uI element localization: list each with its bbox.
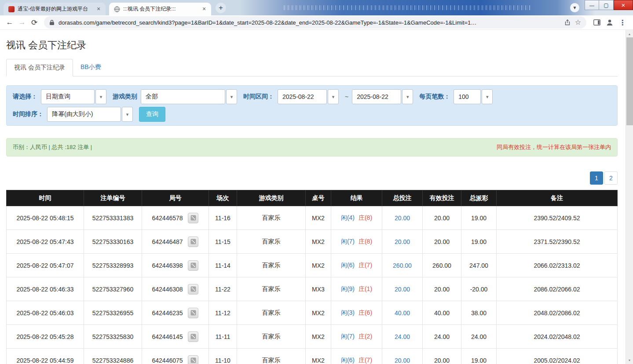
- total-bet-link[interactable]: 20.00: [395, 215, 410, 222]
- scrollbar[interactable]: ▲ ▼: [626, 30, 633, 364]
- total-bet-link[interactable]: 20.00: [395, 286, 410, 293]
- table-row: 2025-08-22 05:47:43 522753330163 6424464…: [7, 230, 618, 254]
- lock-icon: [49, 19, 55, 25]
- result-banker: 庄(2): [359, 333, 372, 340]
- cell-session: 11-10: [209, 349, 237, 364]
- chevron-down-icon[interactable]: ▾: [122, 107, 133, 122]
- replay-video-icon[interactable]: [188, 284, 198, 295]
- cell-result: 闲(9) 庄(1): [331, 277, 382, 301]
- cell-bet-id: 522753326955: [84, 301, 142, 325]
- page-button-2[interactable]: 2: [604, 171, 618, 185]
- table-header-row: 时间注单编号局号场次游戏类别桌号结果总投注有效投注总派彩备注: [7, 190, 618, 206]
- chevron-down-icon[interactable]: ▾: [226, 89, 237, 104]
- total-bet-link[interactable]: 24.00: [395, 333, 410, 340]
- date-end-select[interactable]: 2025-08-22: [352, 89, 401, 104]
- table-row: 2025-08-22 05:48:15 522753331383 6424465…: [7, 206, 618, 230]
- browser-tab-bet-records[interactable]: :::视讯 会员下注纪录::: ×: [109, 3, 211, 15]
- cell-valid-bet: 20.00: [423, 277, 461, 301]
- cell-result: 闲(7) 庄(8): [331, 230, 382, 254]
- scroll-up-icon[interactable]: ▲: [626, 30, 633, 37]
- bookmark-star-icon[interactable]: ☆: [575, 19, 581, 26]
- cell-time: 2025-08-22 05:46:03: [7, 301, 84, 325]
- cell-time: 2025-08-22 05:47:43: [7, 230, 84, 254]
- chevron-down-icon[interactable]: ▾: [328, 89, 339, 104]
- sort-order-select[interactable]: 降幂(由大到小): [47, 107, 121, 122]
- column-header: 场次: [209, 190, 237, 206]
- browser-tab-home[interactable]: 通宝-信誉最好的网上游戏平台 ×: [4, 3, 106, 15]
- total-bet-link[interactable]: 260.00: [393, 262, 412, 269]
- cell-result: 闲(6) 庄(7): [331, 349, 382, 364]
- game-type-select[interactable]: 全部: [141, 89, 225, 104]
- query-mode-select[interactable]: 日期查询: [41, 89, 95, 104]
- cell-bet-id: 522753328993: [84, 254, 142, 277]
- total-bet-link[interactable]: 20.00: [395, 357, 410, 364]
- page-size-select[interactable]: 100: [454, 89, 481, 104]
- share-icon[interactable]: [564, 19, 571, 26]
- tab-search-chevron-icon[interactable]: ▼: [570, 3, 579, 12]
- result-player: 闲(7): [341, 238, 355, 245]
- maximize-button[interactable]: ▢: [599, 0, 614, 10]
- filter-label: 时间排序：: [13, 110, 44, 118]
- cell-payout: 38.00: [461, 301, 497, 325]
- replay-video-icon[interactable]: [188, 355, 198, 364]
- cell-round: 642446145: [142, 325, 209, 349]
- cell-payout: 19.00: [461, 206, 497, 230]
- cell-session: 11-15: [209, 230, 237, 254]
- round-number: 642446308: [152, 286, 183, 293]
- filter-row-1: 请选择： 日期查询 ▾ 游戏类别 全部 ▾ 时间区间： 2025-08-22 ▾…: [13, 89, 611, 104]
- cell-bet-id: 522753324886: [84, 349, 142, 364]
- tab-bet-records[interactable]: 视讯 会员下注纪录: [6, 59, 73, 76]
- date-start-select[interactable]: 2025-08-22: [278, 89, 327, 104]
- replay-video-icon[interactable]: [188, 260, 198, 271]
- scrollbar-thumb[interactable]: [626, 37, 633, 125]
- filter-label: 游戏类别: [113, 93, 137, 101]
- cell-time: 2025-08-22 05:48:15: [7, 206, 84, 230]
- back-icon[interactable]: ←: [4, 16, 16, 29]
- cell-round: 642446235: [142, 301, 209, 325]
- refresh-icon[interactable]: ⟳: [28, 16, 40, 29]
- browser-menu-icon[interactable]: ⋮: [619, 18, 626, 27]
- notice-text: 同局有效投注，统一计算在该局第一张注单内: [497, 143, 611, 151]
- minimize-button[interactable]: —: [585, 0, 599, 10]
- new-tab-button[interactable]: +: [216, 3, 226, 13]
- replay-video-icon[interactable]: [188, 308, 198, 318]
- cell-payout: 247.00: [461, 254, 497, 277]
- tab-close-icon[interactable]: ×: [95, 6, 102, 13]
- page-title: 视讯 会员下注纪录: [6, 39, 618, 52]
- chevron-down-icon[interactable]: ▾: [402, 89, 413, 104]
- replay-video-icon[interactable]: [188, 237, 198, 247]
- page-button-1[interactable]: 1: [590, 171, 603, 185]
- cell-result: 闲(7) 庄(2): [331, 325, 382, 349]
- chevron-down-icon[interactable]: ▾: [482, 89, 493, 104]
- side-panel-icon[interactable]: [593, 19, 600, 25]
- url-bar[interactable]: dorasabs.com/game/betrecord_search/kind3…: [44, 16, 586, 29]
- scroll-down-icon[interactable]: ▼: [626, 357, 633, 364]
- cell-bet-id: 522753325830: [84, 325, 142, 349]
- forward-icon[interactable]: →: [16, 16, 28, 29]
- profile-avatar-icon[interactable]: [606, 18, 614, 26]
- round-number: 642446578: [152, 215, 183, 222]
- column-header: 桌号: [306, 190, 331, 206]
- column-header: 注单编号: [84, 190, 142, 206]
- result-player: 闲(7): [341, 333, 355, 340]
- result-banker: 庄(8): [359, 214, 372, 221]
- cell-valid-bet: 20.00: [423, 230, 461, 254]
- total-bet-link[interactable]: 40.00: [395, 309, 410, 317]
- result-player: 闲(6): [341, 262, 355, 269]
- replay-video-icon[interactable]: [188, 213, 198, 223]
- tab-bb-tip[interactable]: BB小费: [73, 59, 109, 76]
- round-number: 642446075: [152, 357, 183, 364]
- total-bet-link[interactable]: 20.00: [395, 238, 410, 245]
- table-row: 2025-08-22 05:47:07 522753328993 6424463…: [7, 254, 618, 277]
- tab-close-icon[interactable]: ×: [201, 6, 208, 13]
- cell-note: 2390.52/2409.52: [497, 206, 618, 230]
- cell-total-bet: 20.00: [382, 206, 423, 230]
- cell-game-type: 百家乐: [237, 206, 306, 230]
- column-header: 总派彩: [461, 190, 497, 206]
- search-button[interactable]: 查询: [139, 107, 165, 122]
- replay-video-icon[interactable]: [188, 331, 198, 342]
- chevron-down-icon[interactable]: ▾: [95, 89, 106, 104]
- cell-session: 11-11: [209, 325, 237, 349]
- close-window-button[interactable]: ×: [614, 0, 633, 10]
- cell-result: 闲(4) 庄(8): [331, 206, 382, 230]
